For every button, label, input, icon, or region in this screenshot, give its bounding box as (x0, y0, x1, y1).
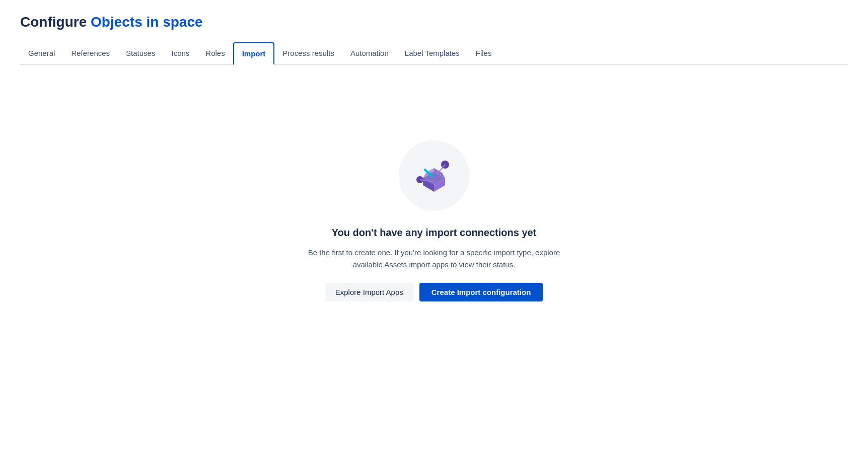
tab-statuses[interactable]: Statuses (118, 43, 163, 64)
page-title: Configure Objects in space (20, 14, 848, 30)
tab-navigation: General References Statuses Icons Roles … (20, 42, 848, 65)
explore-import-apps-button[interactable]: Explore Import Apps (325, 283, 413, 301)
empty-state-description: Be the first to create one. If you're lo… (303, 247, 565, 271)
empty-state: You don't have any import connections ye… (303, 140, 565, 301)
action-buttons: Explore Import Apps Create Import config… (325, 283, 543, 301)
tab-icons[interactable]: Icons (163, 43, 197, 64)
tab-references[interactable]: References (63, 43, 118, 64)
empty-state-title: You don't have any import connections ye… (332, 227, 537, 239)
empty-state-illustration (399, 140, 469, 211)
tab-roles[interactable]: Roles (197, 43, 233, 64)
tab-label-templates[interactable]: Label Templates (397, 43, 468, 64)
tab-automation[interactable]: Automation (342, 43, 397, 64)
create-import-configuration-button[interactable]: Create Import configuration (419, 283, 543, 301)
page-header: Configure Objects in space General Refer… (0, 0, 868, 65)
tab-import[interactable]: Import (233, 42, 275, 65)
main-content: You don't have any import connections ye… (0, 65, 868, 367)
tab-process-results[interactable]: Process results (274, 43, 342, 64)
tab-files[interactable]: Files (468, 43, 500, 64)
tab-general[interactable]: General (20, 43, 63, 64)
